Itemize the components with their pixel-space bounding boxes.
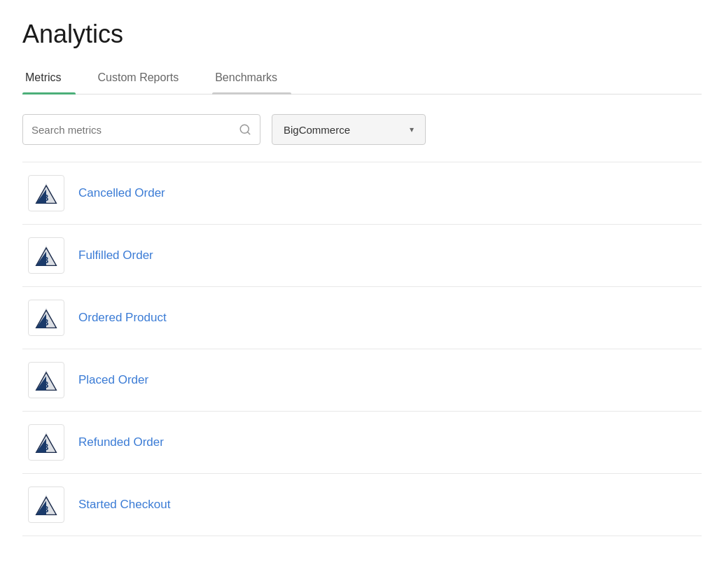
metric-name-refunded-order: Refunded Order bbox=[78, 435, 164, 449]
search-box[interactable] bbox=[22, 114, 260, 145]
metric-name-cancelled-order: Cancelled Order bbox=[78, 186, 165, 200]
metric-name-ordered-product: Ordered Product bbox=[78, 311, 167, 325]
page-title: Analytics bbox=[22, 20, 702, 49]
metric-item-cancelled-order[interactable]: B Cancelled Order bbox=[22, 162, 702, 225]
search-input[interactable] bbox=[32, 124, 239, 136]
page-header: Analytics Metrics Custom Reports Benchma… bbox=[0, 0, 724, 94]
metric-icon-started-checkout: B bbox=[28, 486, 64, 523]
metric-name-placed-order: Placed Order bbox=[78, 373, 148, 387]
dropdown-selected: BigCommerce bbox=[284, 124, 404, 136]
metrics-list: B Cancelled Order B Fulfilled Order bbox=[22, 162, 702, 536]
metric-icon-ordered-product: B bbox=[28, 300, 64, 336]
content-area: BigCommerce ▾ B Cancelled Order B bbox=[0, 94, 724, 556]
metric-item-refunded-order[interactable]: B Refunded Order bbox=[22, 412, 702, 474]
tab-metrics[interactable]: Metrics bbox=[22, 63, 76, 94]
metric-icon-refunded-order: B bbox=[28, 424, 64, 461]
search-icon bbox=[239, 123, 251, 136]
filters-row: BigCommerce ▾ bbox=[22, 114, 702, 145]
metric-item-ordered-product[interactable]: B Ordered Product bbox=[22, 287, 702, 349]
svg-line-1 bbox=[247, 132, 249, 134]
metric-item-started-checkout[interactable]: B Started Checkout bbox=[22, 474, 702, 536]
metric-name-fulfilled-order: Fulfilled Order bbox=[78, 248, 153, 262]
metric-icon-cancelled-order: B bbox=[28, 175, 64, 211]
tab-custom-reports[interactable]: Custom Reports bbox=[95, 63, 193, 94]
tab-benchmarks[interactable]: Benchmarks bbox=[212, 63, 291, 94]
metric-item-fulfilled-order[interactable]: B Fulfilled Order bbox=[22, 225, 702, 287]
metric-icon-placed-order: B bbox=[28, 362, 64, 398]
tabs-nav: Metrics Custom Reports Benchmarks bbox=[22, 63, 702, 94]
metric-icon-fulfilled-order: B bbox=[28, 237, 64, 274]
chevron-down-icon: ▾ bbox=[410, 125, 414, 134]
metric-item-placed-order[interactable]: B Placed Order bbox=[22, 349, 702, 412]
metric-name-started-checkout: Started Checkout bbox=[78, 498, 170, 512]
platform-dropdown[interactable]: BigCommerce ▾ bbox=[272, 114, 426, 145]
